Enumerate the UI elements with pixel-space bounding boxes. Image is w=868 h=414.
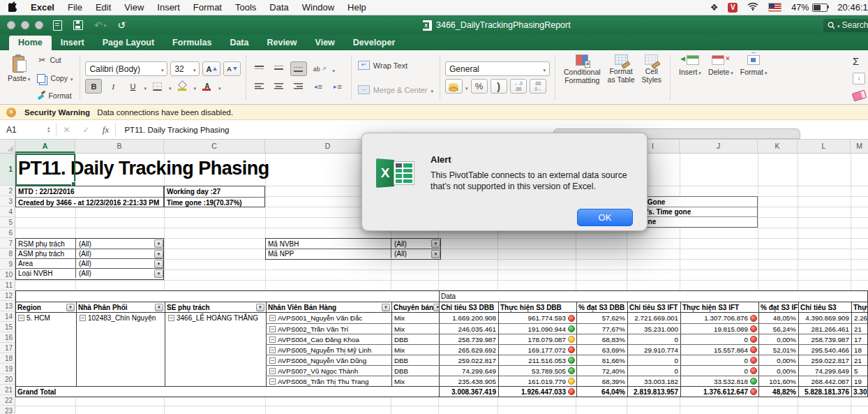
cell[interactable]: 0,00% [758, 355, 798, 365]
cell[interactable]: Mix [391, 324, 439, 334]
row-header-22[interactable]: 22 [0, 395, 15, 406]
apple-menu-icon[interactable] [8, 1, 17, 14]
select-all-corner[interactable] [0, 140, 15, 154]
name-box-stepper[interactable]: ▲▼ [47, 126, 50, 133]
pivot-header-region[interactable]: Region [16, 302, 76, 312]
row-header-6[interactable]: 6 [0, 228, 15, 238]
comma-format-button[interactable] [491, 79, 507, 94]
formula-content[interactable]: PT11. Daily Tracking Phasing [116, 126, 229, 134]
increase-indent-button[interactable] [329, 79, 346, 94]
cell[interactable]: 19 [851, 376, 867, 386]
orientation-button[interactable] [310, 61, 330, 76]
pivot-header-actual-dbb[interactable]: Thực hiện S3 DBB [498, 302, 576, 312]
cell[interactable]: 53.789.505 [498, 366, 576, 376]
format-cells-button[interactable]: Format [737, 53, 771, 102]
grand-total-label[interactable]: Grand Total [16, 387, 439, 397]
cell[interactable]: 19.815.089 [680, 324, 758, 334]
cell[interactable]: 4.390.869.909 [798, 313, 851, 323]
cell[interactable]: 64,04% [576, 387, 627, 397]
column-header-J[interactable]: J [680, 140, 758, 153]
font-color-button[interactable] [199, 79, 216, 94]
cell[interactable]: 268.442.087 [798, 376, 851, 386]
cell[interactable]: 0 [680, 366, 758, 376]
filter-label[interactable]: Mã NVBH [266, 239, 391, 249]
wrap-text-button[interactable]: Wrap Text [357, 60, 435, 71]
underline-dropdown-icon[interactable] [144, 80, 147, 93]
salesperson-cell[interactable]: AVPS008_Trần Thị Thu Trang [266, 376, 391, 386]
vmware-icon[interactable]: V [728, 3, 738, 13]
zoom-window-button[interactable] [35, 21, 43, 29]
menu-app-name[interactable]: Excel [31, 2, 54, 13]
merge-center-button[interactable]: Merge & Center [357, 84, 435, 95]
tab-home[interactable]: Home [9, 36, 52, 50]
cell[interactable]: 21 [851, 355, 867, 365]
conditional-formatting-button[interactable]: ConditionalFormatting [560, 53, 604, 102]
battery-indicator[interactable]: 47% [791, 3, 828, 13]
row-header-10[interactable]: 10 [0, 269, 15, 280]
cell[interactable]: 35.231.000 [627, 324, 680, 334]
row-header-17[interactable]: 17 [0, 343, 15, 353]
cell[interactable]: 3.008.367.419 [439, 387, 498, 397]
collapse-icon[interactable] [269, 378, 276, 385]
borders-dropdown-icon[interactable] [169, 80, 172, 93]
column-header-B[interactable]: B [75, 140, 164, 153]
row-header-5[interactable]: 5 [0, 217, 15, 228]
fill-color-dropdown-icon[interactable] [193, 80, 196, 93]
collapse-icon[interactable] [269, 347, 276, 353]
cell[interactable]: 2.721.669.001 [627, 313, 680, 323]
cell[interactable]: 21 [851, 324, 867, 334]
menu-edit[interactable]: Edit [96, 2, 111, 13]
copy-button[interactable]: Copy [35, 73, 75, 84]
cell[interactable]: 17 [851, 334, 867, 344]
undo-icon[interactable] [94, 20, 106, 31]
tab-developer[interactable]: Developer [344, 36, 404, 50]
filter-label[interactable]: Mã NPP [266, 249, 391, 258]
pivot-header-target-ift[interactable]: Chỉ tiêu S3 IFT [627, 302, 680, 312]
decrease-decimal-button[interactable] [530, 79, 546, 94]
redo-icon[interactable] [117, 20, 126, 31]
insert-function-icon[interactable] [96, 124, 115, 135]
filter-label[interactable]: Loại NVBH [16, 269, 76, 278]
pivot-header-target-dbb[interactable]: Chỉ tiêu S3 DBB [439, 302, 498, 312]
tab-page-layout[interactable]: Page Layout [93, 36, 163, 50]
row-header-4[interactable]: 4 [0, 207, 15, 217]
italic-button[interactable] [105, 79, 121, 94]
cell[interactable]: 1.669.200.908 [439, 313, 498, 323]
cell[interactable]: 1.307.706.876 [680, 313, 758, 323]
cell[interactable]: 48,82% [758, 387, 798, 397]
cell[interactable]: 259.022.817 [439, 355, 498, 365]
cell[interactable]: 74.299.649 [439, 366, 498, 376]
cell[interactable]: 0 [680, 334, 758, 344]
cell[interactable]: 74.299.649 [798, 366, 851, 376]
wifi-icon[interactable] [747, 2, 758, 13]
paste-button[interactable]: Paste [4, 53, 33, 102]
cell[interactable]: 1.376.612.647 [680, 387, 758, 397]
row-header-13[interactable]: 13 [0, 301, 15, 311]
column-header-L[interactable]: L [798, 140, 851, 153]
cell[interactable]: 235.438.905 [439, 376, 498, 386]
copy-dropdown-icon[interactable] [70, 74, 73, 82]
cell[interactable]: 961.774.593 [498, 313, 576, 323]
align-middle-button[interactable] [271, 61, 287, 76]
menu-window[interactable]: Window [302, 2, 334, 13]
align-top-button[interactable] [251, 61, 268, 76]
cell[interactable]: 0,00% [758, 334, 798, 344]
data-label-cell[interactable]: Data [439, 291, 867, 302]
row-header-7[interactable]: 7 [0, 238, 15, 249]
cell[interactable]: 5 [851, 366, 867, 376]
filter-dropdown-button[interactable] [154, 239, 163, 248]
cell[interactable]: 2.26 [851, 313, 867, 323]
salesperson-cell[interactable]: AVPS006_Nguyễn Văn Dũng [266, 355, 391, 365]
header-filter-button[interactable] [382, 304, 390, 311]
filter-value[interactable]: (All) [391, 239, 431, 249]
tab-formulas[interactable]: Formulas [163, 36, 220, 50]
column-header-K[interactable]: K [758, 140, 798, 153]
row-header-12[interactable]: 12 [0, 290, 15, 301]
filter-value[interactable]: (All) [391, 249, 431, 258]
format-as-table-button[interactable]: Formatas Table [604, 53, 638, 102]
row-header-3[interactable]: 3 [0, 196, 15, 207]
currency-format-button[interactable] [445, 79, 463, 94]
paste-dropdown-icon[interactable] [28, 75, 31, 83]
working-day-cell[interactable]: Working day :27 [165, 186, 264, 197]
tab-insert[interactable]: Insert [52, 36, 93, 50]
